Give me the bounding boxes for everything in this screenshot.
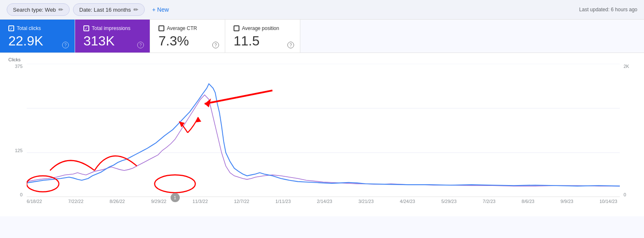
y-right-2k: 2K xyxy=(624,64,636,69)
average-ctr-value: 7.3% xyxy=(158,34,216,48)
x-label-0: 6/18/22 xyxy=(27,199,42,204)
toolbar: Search type: Web ✏ Date: Last 16 months … xyxy=(0,0,644,20)
metric-total-clicks[interactable]: Total clicks 22.9K ? xyxy=(0,20,75,53)
metrics-row: Total clicks 22.9K ? Total impressions 3… xyxy=(0,20,644,53)
average-position-label-row: Average position xyxy=(234,25,292,31)
annotation-circles xyxy=(27,117,201,193)
x-label-9: 4/24/23 xyxy=(400,199,415,204)
add-icon: + xyxy=(152,6,156,13)
total-impressions-label: Total impressions xyxy=(92,25,131,31)
y-axis-left: 375 125 0 xyxy=(8,64,25,197)
chart-svg-wrapper: 1 xyxy=(27,64,620,197)
total-clicks-help-icon[interactable]: ? xyxy=(62,42,69,48)
svg-marker-8 xyxy=(195,117,201,123)
y-right-0: 0 xyxy=(624,192,636,197)
total-impressions-checkbox[interactable] xyxy=(83,25,89,31)
chart-y-label: Clicks xyxy=(8,57,636,62)
x-axis-labels: 6/18/22 7/22/22 8/26/22 9/29/22 11/3/22 … xyxy=(8,197,636,204)
x-label-12: 8/6/23 xyxy=(522,199,535,204)
total-clicks-checkbox[interactable] xyxy=(8,25,14,31)
x-label-3: 9/29/22 xyxy=(151,199,166,204)
chart-container: 375 125 0 2K 0 xyxy=(8,64,636,197)
x-label-11: 7/2/23 xyxy=(483,199,496,204)
total-impressions-help-icon[interactable]: ? xyxy=(137,42,144,48)
date-filter[interactable]: Date: Last 16 months ✏ xyxy=(73,3,145,16)
x-label-10: 5/29/23 xyxy=(441,199,457,204)
average-position-checkbox[interactable] xyxy=(234,25,239,31)
search-type-edit-icon: ✏ xyxy=(58,6,63,13)
total-clicks-value: 22.9K xyxy=(8,34,66,48)
date-edit-icon: ✏ xyxy=(133,6,138,13)
average-position-label: Average position xyxy=(242,25,279,31)
metric-total-impressions[interactable]: Total impressions 313K ? xyxy=(75,20,150,53)
annotation-dot-1[interactable]: 1 xyxy=(171,193,180,202)
average-ctr-checkbox[interactable] xyxy=(158,25,164,31)
average-position-help-icon[interactable]: ? xyxy=(287,42,294,48)
chart-svg xyxy=(27,64,620,197)
total-impressions-value: 313K xyxy=(83,34,141,48)
metric-average-position[interactable]: Average position 11.5 ? xyxy=(225,20,300,53)
svg-point-6 xyxy=(27,176,59,192)
x-label-13: 9/9/23 xyxy=(561,199,574,204)
x-label-8: 3/21/23 xyxy=(358,199,374,204)
search-type-label: Search type: Web xyxy=(13,7,56,13)
x-label-7: 2/14/23 xyxy=(317,199,332,204)
search-type-filter[interactable]: Search type: Web ✏ xyxy=(7,3,70,16)
average-position-value: 11.5 xyxy=(234,34,292,48)
metric-average-ctr[interactable]: Average CTR 7.3% ? xyxy=(150,20,225,53)
x-label-1: 7/22/22 xyxy=(68,199,83,204)
last-updated-text: Last updated: 6 hours ago xyxy=(579,7,637,13)
total-clicks-label-row: Total clicks xyxy=(8,25,66,31)
average-ctr-help-icon[interactable]: ? xyxy=(212,42,219,48)
total-clicks-label: Total clicks xyxy=(17,25,41,31)
total-impressions-label-row: Total impressions xyxy=(83,25,141,31)
y-label-0: 0 xyxy=(8,192,23,197)
add-label: New xyxy=(157,6,169,13)
y-axis-right: 2K 0 xyxy=(621,64,636,197)
x-label-4: 11/3/22 xyxy=(193,199,208,204)
y-label-125: 125 xyxy=(8,148,23,153)
chart-area: Clicks 375 125 0 2K 0 xyxy=(0,53,644,216)
x-label-2: 8/26/22 xyxy=(110,199,125,204)
svg-point-7 xyxy=(155,175,196,193)
average-ctr-label: Average CTR xyxy=(167,25,197,31)
average-ctr-label-row: Average CTR xyxy=(158,25,216,31)
red-arrow xyxy=(205,90,273,108)
add-new-button[interactable]: + New xyxy=(148,4,173,15)
x-label-14: 10/14/23 xyxy=(599,199,617,204)
x-label-6: 1/11/23 xyxy=(275,199,291,204)
annotation-label: 1 xyxy=(174,195,176,200)
date-filter-label: Date: Last 16 months xyxy=(79,7,131,13)
x-label-5: 12/7/22 xyxy=(234,199,249,204)
y-label-top: 375 xyxy=(8,64,23,69)
